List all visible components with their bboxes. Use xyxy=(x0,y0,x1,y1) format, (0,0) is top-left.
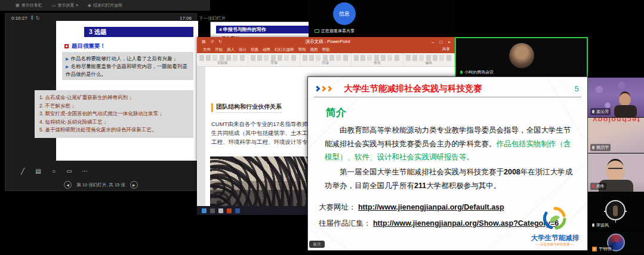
display-settings-button[interactable]: ▭ 显示设置 ▾ xyxy=(52,2,78,8)
archive-url-row: 往届作品汇集： http://www.jienengjianpai.org/Sh… xyxy=(319,219,559,229)
maximize-button[interactable]: □ xyxy=(439,39,442,45)
participant-strip: 孟沁芳 technology 鲍浩宇 周冬 xyxy=(588,78,644,255)
close-button[interactable]: × xyxy=(448,39,451,45)
tab-home[interactable]: 开始 xyxy=(215,47,223,53)
presentation-timer: 0:10:27 Ⅱ↻ xyxy=(11,16,42,21)
taskbar-app-icon[interactable] xyxy=(218,208,223,213)
participant-tile[interactable]: 孟沁芳 xyxy=(588,78,644,118)
participant-name-label: 孟沁芳 xyxy=(590,108,611,115)
section-heading: 简介 xyxy=(326,106,346,119)
ribbon-group-editing[interactable]: 编辑 xyxy=(403,53,455,66)
notes-button[interactable]: 备注 xyxy=(309,241,325,248)
taskbar-icon: ▦ xyxy=(16,3,20,8)
slide-title-banner: 3 选题 xyxy=(84,27,193,37)
participant-tile[interactable]: 5 于明明 xyxy=(588,231,644,255)
quick-access-toolbar[interactable]: ▤ ↺ ↻ xyxy=(202,39,224,44)
list-item: 2. 不芒解乡愁； xyxy=(39,102,189,110)
participant-name-label: 周冬 xyxy=(590,183,606,190)
presenter-webcam-tile[interactable]: 小柯的腾讯会议 xyxy=(455,37,588,79)
red-square-bullet-icon xyxy=(64,44,69,48)
ppt-ribbon: 剪贴板 字体 段落 形状 编辑 xyxy=(197,53,455,67)
mic-icon xyxy=(592,185,594,188)
previous-slide-button[interactable]: ◀ xyxy=(64,181,72,189)
show-taskbar-label: 显示任务栏 xyxy=(21,2,42,8)
title-accent-bar xyxy=(211,103,213,112)
more-options-icon[interactable]: ⋯ xyxy=(81,168,89,174)
chevron-icon xyxy=(321,86,326,92)
important-note-text: 题目很重要！ xyxy=(72,42,106,50)
participant-tile[interactable]: 周冬 xyxy=(588,153,644,192)
timer-controls[interactable]: Ⅱ↻ xyxy=(31,16,42,21)
minimize-button[interactable]: – xyxy=(432,39,434,45)
contest-logo: 大学生节能减排 — 社会实践与科技竞赛 — xyxy=(526,206,584,247)
header-divider xyxy=(314,97,581,97)
end-slideshow-button[interactable]: ◉ 结束幻灯片放映 xyxy=(88,2,122,8)
mic-icon xyxy=(592,223,594,227)
tab-review[interactable]: 审阅 xyxy=(298,47,306,53)
tab-animations[interactable]: 动画 xyxy=(263,47,270,53)
screen-share-caption-text: 正在观看屏幕共享 xyxy=(321,28,355,34)
participant-name-label: 宋远风 xyxy=(590,222,611,229)
taskbar-app-icon[interactable] xyxy=(235,208,240,213)
ribbon-group-font[interactable]: 字体 xyxy=(248,53,300,66)
end-slideshow-label: 结束幻灯片放映 xyxy=(93,2,122,8)
screen-share-caption: 正在观看屏幕共享 xyxy=(315,28,355,34)
see-all-slides-icon[interactable]: ▤ xyxy=(34,168,42,174)
participant-name-label: 5 于明明 xyxy=(590,245,613,253)
tab-transitions[interactable]: 切换 xyxy=(251,47,258,53)
slide-header: 大学生节能减排社会实践与科技竞赛 5 xyxy=(315,83,579,94)
presenter-name-label: 小柯的腾讯会议 xyxy=(458,69,495,76)
tab-insert[interactable]: 插入 xyxy=(227,47,235,53)
participant-tile[interactable]: technology 鲍浩宇 xyxy=(588,118,644,153)
tab-help[interactable]: 帮助 xyxy=(322,47,330,53)
contest-url-link[interactable]: http://www.jienengjianpai.org/Default.as… xyxy=(358,203,504,211)
list-item: 1. 点石成金-让尾矿重获新生的神奇药剂； xyxy=(39,94,189,102)
next-slide-label: 下一张幻灯片 xyxy=(199,16,226,21)
presenter-view-window: 0:10:27 Ⅱ↻ 17:06 3 选题 题目很重要！ ▶作品名称要能够打动人… xyxy=(5,13,197,191)
list-item: 5. 基于煤粉吸附法处理焦化废水的绿色环保新工艺。 xyxy=(39,126,189,134)
display-settings-label: 显示设置 xyxy=(57,2,74,8)
glasses xyxy=(608,168,623,171)
ribbon-group-clipboard[interactable]: 剪贴板 xyxy=(197,53,248,66)
start-icon[interactable] xyxy=(202,208,207,213)
screen-icon xyxy=(315,29,319,33)
chevron-icon xyxy=(315,86,321,92)
ribbon-group-shapes[interactable]: 形状 xyxy=(352,53,403,66)
share-button[interactable]: 共享 xyxy=(442,47,450,52)
window-title: 演示文稿 - PowerPoint xyxy=(224,39,432,45)
mic-icon xyxy=(460,70,463,74)
list-item: 3. 斯安打虎-全国首创的气动式搅注一体化脉动注浆泵； xyxy=(39,110,189,118)
participant-face xyxy=(606,161,625,181)
ribbon-group-paragraph[interactable]: 段落 xyxy=(300,53,352,66)
ppt-ribbon-tabs: 文件 开始 插入 设计 切换 动画 幻灯片放映 审阅 视图 帮助 共享 xyxy=(197,47,455,53)
avatar[interactable]: 信息 xyxy=(333,2,356,25)
shared-slide-view: 大学生节能减排社会实践与科技竞赛 5 简介 由教育部高等学校能源动力类专业教学指… xyxy=(307,76,588,251)
edited-slide-title[interactable]: 团队结构和行业伙伴关系 xyxy=(211,103,282,113)
links-block: 大赛网址： http://www.jienengjianpai.org/Defa… xyxy=(319,202,559,235)
taskbar-app-icon[interactable] xyxy=(210,208,215,213)
logo-swirl-icon xyxy=(542,206,568,231)
intro-paragraph: 由教育部高等学校能源动力类专业教学指导委员会指导，全国大学生节能减排社会实践与科… xyxy=(325,124,573,164)
participant-tile[interactable]: 宋远风 xyxy=(588,192,644,231)
zoom-icon[interactable]: ○ xyxy=(50,168,58,174)
slide-title: 大学生节能减排社会实践与科技竞赛 xyxy=(344,83,575,94)
tab-slideshow[interactable]: 幻灯片放映 xyxy=(275,47,294,53)
black-screen-icon[interactable]: ▭ xyxy=(65,168,73,174)
tab-file[interactable]: 文件 xyxy=(203,47,211,53)
restart-icon: ↻ xyxy=(36,16,42,21)
page-number: 5 xyxy=(575,84,579,93)
archive-url-label: 往届作品汇集： xyxy=(319,219,371,228)
tab-view[interactable]: 视图 xyxy=(310,47,318,53)
ppt-titlebar: ▤ ↺ ↻ 演示文稿 - PowerPoint – □ × xyxy=(197,37,455,47)
avatar-figure xyxy=(613,205,618,216)
tab-design[interactable]: 设计 xyxy=(239,47,246,53)
taskbar-app-icon[interactable] xyxy=(227,208,232,213)
next-slide-button[interactable]: ▶ xyxy=(130,181,138,189)
current-slide: 3 选题 题目很重要！ ▶作品名称要能够打动人，让人看了之后有兴趣； ▶名称尽量… xyxy=(56,21,198,161)
contest-url-label: 大赛网址： xyxy=(319,203,356,211)
show-taskbar-button[interactable]: ▦ 显示任务栏 xyxy=(16,2,42,8)
pen-icon[interactable]: ╱ xyxy=(19,168,27,174)
participant-body xyxy=(614,105,637,118)
participant-face xyxy=(619,93,631,106)
contest-url-row: 大赛网址： http://www.jienengjianpai.org/Defa… xyxy=(319,202,559,213)
